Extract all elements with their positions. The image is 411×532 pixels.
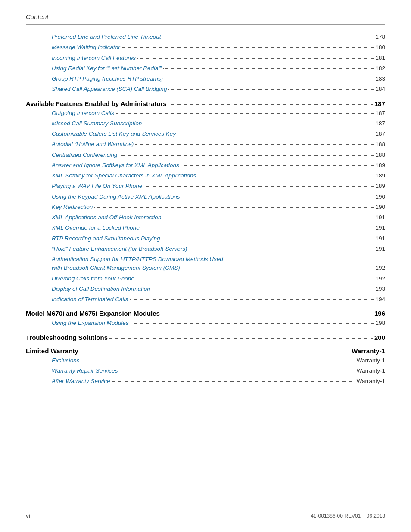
toc-dots	[162, 239, 374, 239]
toc-page-using-keypad: 190	[375, 193, 385, 201]
toc-entry-incoming-intercom: Incoming Intercom Call Features181	[26, 54, 385, 62]
toc-dots	[162, 314, 373, 314]
toc-title-preferred-line[interactable]: Preferred Line and Preferred Line Timeou…	[52, 33, 161, 41]
toc-title-warranty-repair[interactable]: Warranty Repair Services	[52, 367, 118, 375]
section-page-section-model: 196	[374, 310, 385, 317]
toc-page-customizable-callers: 187	[375, 130, 385, 138]
section-title-section-limited-warranty[interactable]: Limited Warranty	[26, 347, 78, 355]
toc-dots	[80, 352, 350, 352]
toc-title-xml-override[interactable]: XML Override for a Locked Phone	[52, 224, 140, 232]
toc-entry-playing-wav: Playing a WAV File On Your Phone189	[26, 182, 385, 190]
toc-dots	[143, 124, 374, 124]
toc-entry-rtp-recording: RTP Recording and Simultaneous Playing19…	[26, 234, 385, 243]
section-header-section-model: Model M670i and M675i Expansion Modules1…	[26, 310, 385, 317]
toc-title-customizable-callers[interactable]: Customizable Callers List Key and Servic…	[52, 130, 176, 138]
toc-title-autodial[interactable]: Autodial (Hotline and Warmline)	[52, 140, 134, 149]
page: Content Preferred Line and Preferred Lin…	[0, 0, 411, 413]
toc-entry-exclusions: ExclusionsWarranty-1	[26, 356, 385, 365]
toc-title-incoming-intercom[interactable]: Incoming Intercom Call Features	[52, 54, 136, 62]
toc-dots	[163, 68, 374, 69]
toc-title-rtp-recording[interactable]: RTP Recording and Simultaneous Playing	[52, 234, 160, 243]
toc-dots	[119, 155, 374, 156]
toc-page-after-warranty: Warranty-1	[357, 377, 385, 386]
toc-title-missed-call[interactable]: Missed Call Summary Subscription	[52, 119, 142, 128]
toc-row1-auth-support: Authentication Support for HTTP/HTTPS Do…	[52, 255, 385, 264]
footer-revision: 41-001386-00 REV01 – 06.2013	[311, 513, 385, 519]
section-title-section-troubleshooting[interactable]: Troubleshooting Solutions	[26, 334, 108, 341]
section-title-section-available[interactable]: Available Features Enabled by Administra…	[26, 100, 166, 107]
toc-entry-diverting-calls: Diverting Calls from Your Phone192	[26, 274, 385, 283]
toc-dots	[165, 79, 374, 79]
toc-title-using-keypad[interactable]: Using the Keypad During Active XML Appli…	[52, 193, 180, 201]
toc-container: Preferred Line and Preferred Line Timeou…	[26, 33, 385, 386]
toc-dots	[152, 289, 374, 289]
toc-dots	[168, 89, 374, 90]
toc-dots	[116, 113, 374, 114]
page-footer: vi 41-001386-00 REV01 – 06.2013	[26, 513, 385, 519]
toc-entry-key-redirection: Key Redirection190	[26, 203, 385, 212]
toc-title-outgoing-intercom[interactable]: Outgoing Intercom Calls	[52, 109, 114, 118]
toc-title-group-rtp[interactable]: Group RTP Paging (receives RTP streams)	[52, 75, 163, 83]
toc-entry-hold-feature: “Hold” Feature Enhancement (for Broadsof…	[26, 245, 385, 253]
section-title-section-model[interactable]: Model M670i and M675i Expansion Modules	[26, 310, 160, 317]
toc-page-xml-override: 191	[375, 224, 385, 232]
toc-page-using-expansion: 198	[375, 319, 385, 327]
toc-title2-auth-support[interactable]: with Broadsoft Client Management System …	[52, 264, 180, 272]
toc-title-exclusions[interactable]: Exclusions	[52, 356, 80, 365]
toc-page-xml-apps-off-hook: 191	[375, 213, 385, 222]
toc-title-answer-ignore[interactable]: Answer and Ignore Softkeys for XML Appli…	[52, 161, 179, 170]
toc-title-playing-wav[interactable]: Playing a WAV File On Your Phone	[52, 182, 142, 190]
toc-title-diverting-calls[interactable]: Diverting Calls from Your Phone	[52, 274, 134, 283]
toc-dots	[136, 279, 374, 279]
toc-dots	[163, 218, 374, 218]
toc-dots	[112, 381, 355, 382]
toc-entry-centralized-conf: Centralized Conferencing188	[26, 151, 385, 159]
toc-title-display-call-dest[interactable]: Display of Call Destination Information	[52, 285, 150, 293]
toc-entry-group-rtp: Group RTP Paging (receives RTP streams)1…	[26, 75, 385, 83]
toc-page-display-call-dest: 193	[375, 285, 385, 293]
toc-entry-preferred-line: Preferred Line and Preferred Line Timeou…	[26, 33, 385, 41]
toc-page-xml-softkey: 189	[375, 171, 385, 180]
toc-title-indication-terminated[interactable]: Indication of Terminated Calls	[52, 295, 128, 304]
toc-entry-autodial: Autodial (Hotline and Warmline)188	[26, 140, 385, 149]
toc-entry-shared-call: Shared Call Appearance (SCA) Call Bridgi…	[26, 85, 385, 93]
toc-entry-xml-softkey: XML Softkey for Special Characters in XM…	[26, 171, 385, 180]
footer-page-number: vi	[26, 513, 30, 519]
toc-title-message-waiting[interactable]: Message Waiting Indicator	[52, 43, 120, 52]
toc-row2-auth-support: with Broadsoft Client Management System …	[52, 264, 385, 272]
toc-title-using-redial[interactable]: Using Redial Key for “Last Number Redial…	[52, 64, 162, 73]
toc-page-using-redial: 182	[375, 64, 385, 73]
toc-page-diverting-calls: 192	[375, 274, 385, 283]
toc-entry-outgoing-intercom: Outgoing Intercom Calls187	[26, 109, 385, 118]
toc-page-missed-call: 187	[375, 119, 385, 128]
toc-entry-warranty-repair: Warranty Repair ServicesWarranty-1	[26, 367, 385, 375]
toc-entry-message-waiting: Message Waiting Indicator180	[26, 43, 385, 52]
toc-dots	[120, 371, 355, 371]
toc-title-centralized-conf[interactable]: Centralized Conferencing	[52, 151, 117, 159]
toc-title-hold-feature[interactable]: “Hold” Feature Enhancement (for Broadsof…	[52, 245, 187, 253]
toc-title-xml-softkey[interactable]: XML Softkey for Special Characters in XM…	[52, 171, 196, 180]
toc-title-shared-call[interactable]: Shared Call Appearance (SCA) Call Bridgi…	[52, 85, 167, 93]
toc-dots	[122, 47, 374, 48]
toc-entry-missed-call: Missed Call Summary Subscription187	[26, 119, 385, 128]
toc-title-key-redirection[interactable]: Key Redirection	[52, 203, 93, 212]
toc-dots	[181, 197, 374, 197]
toc-dots	[130, 299, 374, 300]
toc-entry-using-expansion: Using the Expansion Modules198	[26, 319, 385, 327]
toc-title1-auth-support[interactable]: Authentication Support for HTTP/HTTPS Do…	[52, 255, 223, 264]
toc-dots	[163, 37, 374, 37]
toc-page-key-redirection: 190	[375, 203, 385, 212]
toc-page-centralized-conf: 188	[375, 151, 385, 159]
toc-page-outgoing-intercom: 187	[375, 109, 385, 118]
toc-multiline-auth-support: Authentication Support for HTTP/HTTPS Do…	[26, 255, 385, 273]
toc-page-incoming-intercom: 181	[375, 54, 385, 62]
toc-title-after-warranty[interactable]: After Warranty Service	[52, 377, 110, 386]
toc-entry-xml-override: XML Override for a Locked Phone191	[26, 224, 385, 232]
toc-page-preferred-line: 178	[375, 33, 385, 41]
toc-title-xml-apps-off-hook[interactable]: XML Applications and Off-Hook Interactio…	[52, 213, 161, 222]
toc-dots	[182, 268, 374, 268]
toc-title-using-expansion[interactable]: Using the Expansion Modules	[52, 319, 129, 327]
toc-entry-answer-ignore: Answer and Ignore Softkeys for XML Appli…	[26, 161, 385, 170]
section-header-section-troubleshooting: Troubleshooting Solutions200	[26, 334, 385, 341]
toc-entry-xml-apps-off-hook: XML Applications and Off-Hook Interactio…	[26, 213, 385, 222]
